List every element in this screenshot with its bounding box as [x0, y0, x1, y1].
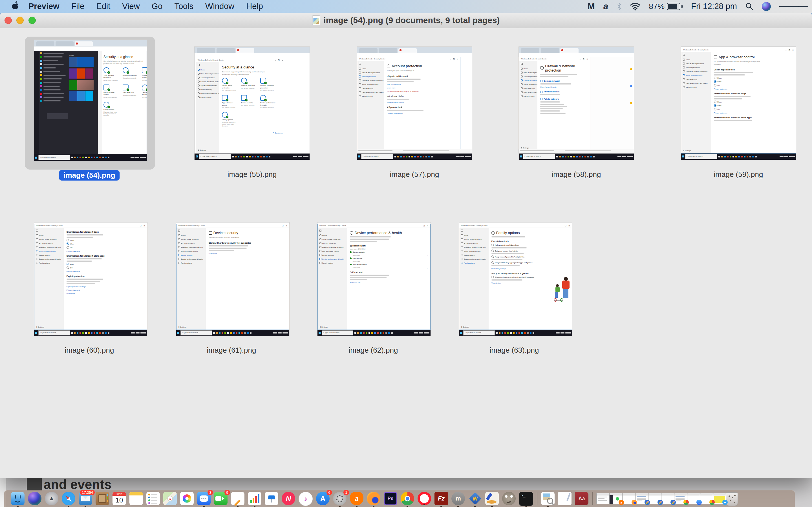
- windows-taskbar: ⌕ Type here to search: [459, 330, 572, 336]
- dock-app-store-icon[interactable]: A6: [316, 492, 329, 505]
- thumbnail-image-61-png[interactable]: Windows Defender Security Center– ❐ ✕ Ho…: [176, 222, 290, 336]
- dock-keynote-icon[interactable]: [265, 492, 278, 505]
- menu-help[interactable]: Help: [240, 2, 269, 11]
- thumbnail-image-63-png[interactable]: Windows Defender Security Center– ❐ ✕ Ho…: [459, 222, 572, 336]
- menu-go[interactable]: Go: [146, 2, 168, 11]
- thumbnail-label[interactable]: image (58).png: [552, 170, 601, 179]
- thumbnail-label[interactable]: image (63).png: [490, 346, 539, 355]
- dock-notes-icon[interactable]: [130, 492, 143, 505]
- menu-preview[interactable]: Preview: [22, 2, 65, 11]
- dock-filezilla-icon[interactable]: Fz: [435, 492, 448, 505]
- dock-gimp-icon[interactable]: [502, 492, 516, 505]
- dock-pages-icon[interactable]: [231, 492, 245, 505]
- dock-paintbrush-icon[interactable]: [485, 492, 499, 505]
- menu-file[interactable]: File: [65, 2, 91, 11]
- dock-reminders-icon[interactable]: [146, 492, 160, 505]
- dock-messages-icon[interactable]: 3: [197, 492, 211, 505]
- dock-textedit-icon[interactable]: [558, 492, 571, 505]
- notification-center-icon[interactable]: [779, 0, 808, 13]
- thumbnail-image-59-png[interactable]: Windows Defender Security Center– ❐ ✕ Ho…: [680, 47, 796, 160]
- bluetooth-icon[interactable]: [617, 0, 622, 13]
- running-indicator: [339, 506, 341, 507]
- windows-search-box: ⌕ Type here to search: [38, 155, 70, 160]
- dock-minimized-wordweb-doc-icon[interactable]: W: [635, 493, 648, 504]
- dock-preview-app-icon[interactable]: [541, 492, 555, 505]
- thumbnail-image-62-png[interactable]: Windows Defender Security Center– ❐ ✕ Ho…: [317, 222, 431, 336]
- dock-chrome-icon[interactable]: [401, 492, 414, 505]
- thumbnail-label[interactable]: image (54).png: [59, 170, 119, 180]
- thumbnail-label[interactable]: image (60).png: [65, 346, 114, 355]
- wifi-icon[interactable]: [630, 0, 640, 13]
- spotlight-icon[interactable]: [746, 0, 753, 13]
- dock-firefox-icon[interactable]: [367, 492, 380, 505]
- dock-mamp-icon[interactable]: m: [451, 492, 465, 505]
- title-bar[interactable]: image (54).png (9 documents, 9 total pag…: [0, 13, 812, 28]
- running-indicator: [237, 506, 239, 507]
- dock-minimized-messages-window-icon[interactable]: …: [687, 493, 700, 504]
- glance-tile: ✓ Family optionsManage how your family u…: [103, 102, 120, 117]
- dock-mail-icon[interactable]: 17,254: [79, 492, 92, 505]
- thumbnail-image-54-png[interactable]: Create Security at a glance See what's h…: [34, 40, 147, 161]
- thumbnail-label[interactable]: image (57).png: [390, 170, 439, 179]
- windows-search-box: ⌕ Type here to search: [361, 154, 393, 159]
- dock-separator: [592, 492, 593, 505]
- dock-news-icon[interactable]: N: [282, 492, 295, 505]
- dock-photos-icon[interactable]: [180, 492, 194, 505]
- thumbnail-label[interactable]: image (62).png: [349, 346, 398, 355]
- dock-dictionary-icon[interactable]: Aa: [575, 492, 589, 505]
- thumbnail-image-60-png[interactable]: Windows Defender Security Center– ❐ ✕ Ho…: [34, 222, 147, 336]
- battery-status[interactable]: 87%: [649, 0, 682, 13]
- dock-minimized-safari-window-icon[interactable]: [713, 493, 726, 504]
- dock-system-preferences-icon[interactable]: 1: [333, 492, 347, 505]
- dock-minimized-wordweb-doc-icon[interactable]: W: [648, 493, 661, 504]
- dock-contacts-icon[interactable]: [96, 492, 109, 505]
- dock-finder-icon[interactable]: [11, 492, 24, 505]
- siri-icon[interactable]: [762, 0, 771, 13]
- menu-window[interactable]: Window: [199, 2, 240, 11]
- dock-minimized-chrome-window-icon[interactable]: [700, 493, 713, 504]
- apple-menu[interactable]: [10, 1, 22, 11]
- avast-icon[interactable]: a: [603, 0, 608, 13]
- menu-view[interactable]: View: [116, 2, 146, 11]
- dock-facetime-icon[interactable]: 9: [214, 492, 227, 505]
- minimize-button[interactable]: [16, 17, 24, 24]
- dock-avast-icon[interactable]: a: [350, 492, 363, 505]
- dock-numbers-icon[interactable]: [248, 492, 261, 505]
- running-indicator: [373, 506, 374, 507]
- thumbnail-image-55-png[interactable]: Windows Defender Security Center– ❐ ✕ Ho…: [194, 47, 310, 160]
- dock-calendar-icon[interactable]: MAY10: [112, 492, 126, 505]
- dock-wordweb-icon[interactable]: W: [468, 492, 482, 505]
- thumbnail-image-58-png[interactable]: Windows Defender Security Center– ❐ ✕ Ho…: [518, 47, 634, 160]
- menu-edit[interactable]: Edit: [90, 2, 116, 11]
- glance-tile: ✓ Virus & threat protectionNo actions ne…: [103, 67, 120, 81]
- thumbnail-image-57-png[interactable]: Windows Defender Security Center– ❐ ✕ Ho…: [357, 47, 472, 160]
- dock-trash-icon[interactable]: [726, 492, 738, 506]
- thumbnail-label[interactable]: image (61).png: [207, 346, 256, 355]
- menu-tools[interactable]: Tools: [168, 2, 199, 11]
- dock-terminal-icon[interactable]: >_: [519, 492, 533, 506]
- dock-minimized-avast-window-icon[interactable]: a: [609, 493, 622, 504]
- dock-minimized-chrome-window-icon[interactable]: [674, 493, 687, 504]
- menu-bar-clock[interactable]: Fri 12:28 pm: [691, 0, 737, 13]
- glance-tile: ✓ Virus & threat protectionNo actions ne…: [222, 78, 238, 92]
- dock-itunes-icon[interactable]: ♪: [299, 492, 313, 506]
- dock-maps-icon[interactable]: ◮: [163, 492, 177, 505]
- running-indicator: [474, 506, 476, 507]
- dock: ▲17,254MAY10◮39N♪A61aPsFzmW>_Aa a W W W …: [4, 490, 795, 507]
- windows-start-icon: [460, 332, 462, 334]
- dock-siri-icon[interactable]: [28, 492, 42, 505]
- dock-opera-icon[interactable]: [417, 492, 431, 505]
- close-button[interactable]: [4, 17, 12, 24]
- running-indicator: [85, 506, 86, 507]
- thumbnail-label[interactable]: image (59).png: [714, 170, 763, 179]
- dock-launchpad-icon[interactable]: ▲: [45, 492, 58, 505]
- contact-sheet[interactable]: Create Security at a glance See what's h…: [0, 28, 812, 478]
- dock-minimized-firefox-window-icon[interactable]: [622, 493, 635, 504]
- dock-photoshop-icon[interactable]: Ps: [384, 492, 397, 505]
- dock-safari-icon[interactable]: [62, 492, 75, 505]
- dock-minimized-finder-window-icon[interactable]: [596, 493, 609, 504]
- dock-minimized-wordweb-doc-icon[interactable]: W: [661, 493, 674, 504]
- zoom-button[interactable]: [29, 17, 36, 24]
- malwarebytes-icon[interactable]: M: [588, 0, 595, 13]
- thumbnail-label[interactable]: image (55).png: [227, 170, 277, 179]
